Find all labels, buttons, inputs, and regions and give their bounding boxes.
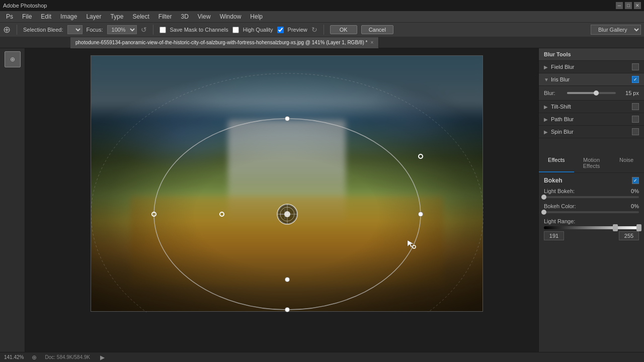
- bokeh-color-row: Bokeh Color: 0%: [544, 203, 639, 213]
- close-button[interactable]: ✕: [634, 2, 641, 9]
- tilt-shift-checkbox[interactable]: [632, 103, 639, 110]
- iris-blur-thumb[interactable]: [594, 90, 599, 96]
- light-range-row: Light Range: 191 255: [544, 218, 639, 240]
- tools-panel: ⊕: [0, 48, 25, 352]
- tool-icon[interactable]: ⊕: [3, 24, 11, 35]
- save-mask-label: Save Mask to Channels: [170, 27, 228, 33]
- bokeh-color-label-row: Bokeh Color: 0%: [544, 203, 639, 209]
- iris-blur-controls: Blur: 15 px: [539, 86, 644, 101]
- light-bokeh-label-row: Light Bokeh: 0%: [544, 188, 639, 194]
- menu-view[interactable]: View: [194, 12, 215, 21]
- status-bar: 141.42% ⊕ Doc: 584.9K/584.9K ▶: [0, 352, 644, 362]
- navigate-icon[interactable]: ▶: [100, 354, 105, 361]
- tilt-shift-expand-icon: ▶: [544, 104, 551, 110]
- light-bokeh-thumb[interactable]: [541, 195, 546, 200]
- menu-file[interactable]: File: [18, 12, 36, 21]
- menu-edit[interactable]: Edit: [37, 12, 55, 21]
- light-bokeh-value: 0%: [631, 188, 639, 194]
- bokeh-checkbox[interactable]: ✓: [632, 177, 639, 184]
- field-blur-label: Field Blur: [551, 64, 632, 70]
- menu-image[interactable]: Image: [56, 12, 81, 21]
- right-panel: Blur Tools ▶ Field Blur ▼ Iris Blur ✓ Bl…: [538, 48, 644, 352]
- blur-tools-header: Blur Tools: [539, 48, 644, 61]
- ellipse-handle-left[interactable]: [151, 212, 156, 217]
- blur-tool-path[interactable]: ▶ Path Blur: [539, 113, 644, 126]
- menu-layer[interactable]: Layer: [82, 12, 105, 21]
- ellipse-inner-bottom[interactable]: [285, 277, 290, 282]
- blur-tool-iris[interactable]: ▼ Iris Blur ✓: [539, 73, 644, 86]
- bokeh-title: Bokeh: [544, 177, 562, 184]
- spin-blur-checkbox[interactable]: [632, 128, 639, 135]
- light-bokeh-row: Light Bokeh: 0%: [544, 188, 639, 198]
- save-mask-checkbox[interactable]: [159, 27, 166, 33]
- iris-blur-track: [567, 92, 596, 94]
- ellipse-handle-rotate[interactable]: [418, 154, 423, 159]
- blur-tool-tilt[interactable]: ▶ Tilt-Shift: [539, 101, 644, 113]
- high-quality-label: High Quality: [243, 27, 273, 33]
- tab-motion-effects[interactable]: Motion Effects: [574, 154, 609, 172]
- light-range-min-input[interactable]: 191: [544, 231, 564, 240]
- iris-blur-checkbox[interactable]: ✓: [632, 76, 639, 83]
- image-canvas[interactable]: [91, 55, 483, 312]
- menu-window[interactable]: Window: [216, 12, 246, 21]
- menu-3d[interactable]: 3D: [177, 12, 192, 21]
- cancel-button[interactable]: Cancel: [361, 25, 393, 34]
- iris-blur-label: Iris Blur: [551, 76, 632, 82]
- high-quality-checkbox[interactable]: [232, 27, 239, 33]
- canvas-area[interactable]: [25, 48, 538, 352]
- blur-tools-spacer: [539, 138, 644, 153]
- blur-tool-spin[interactable]: ▶ Spin Blur: [539, 126, 644, 138]
- focus-label: Focus:: [87, 27, 103, 33]
- refresh-icon[interactable]: ↻: [311, 26, 317, 34]
- bokeh-color-slider[interactable]: [544, 211, 639, 213]
- app-title: Adobe Photoshop: [3, 3, 47, 9]
- menu-filter[interactable]: Filter: [154, 12, 176, 21]
- tab-effects[interactable]: Effects: [539, 154, 574, 172]
- reset-icon[interactable]: ↺: [141, 26, 147, 34]
- light-bokeh-slider[interactable]: [544, 196, 639, 198]
- ellipse-handle-bottom[interactable]: [285, 307, 290, 312]
- tab-noise[interactable]: Noise: [609, 154, 644, 172]
- iris-blur-value: 15 px: [619, 90, 639, 96]
- spin-blur-label: Spin Blur: [551, 129, 632, 135]
- blur-gallery-select[interactable]: Blur Gallery: [591, 25, 641, 35]
- field-blur-expand-icon: ▶: [544, 64, 551, 70]
- scene-image: [91, 56, 482, 311]
- window-controls[interactable]: ─ □ ✕: [616, 2, 641, 9]
- selection-bleed-label: Selection Bleed:: [23, 27, 63, 33]
- toolbar-separator-3: [324, 25, 324, 35]
- iris-blur-slider-label: Blur:: [544, 90, 564, 96]
- menu-type[interactable]: Type: [106, 12, 127, 21]
- light-range-max-input[interactable]: 255: [619, 231, 639, 240]
- minimize-button[interactable]: ─: [616, 2, 623, 9]
- tab-bar: photodune-6559134-panoramic-view-of-the-…: [0, 37, 644, 48]
- tilt-shift-label: Tilt-Shift: [551, 104, 632, 110]
- blur-tool-icon[interactable]: ⊕: [5, 51, 21, 67]
- bokeh-color-thumb[interactable]: [541, 210, 546, 215]
- ellipse-handle-right[interactable]: [418, 212, 423, 217]
- preview-checkbox[interactable]: [277, 27, 284, 33]
- zoom-icon[interactable]: ⊕: [32, 354, 37, 361]
- menu-help[interactable]: Help: [246, 12, 267, 21]
- menu-ps[interactable]: Ps: [2, 12, 17, 21]
- iris-center-control[interactable]: [276, 203, 299, 226]
- blur-tool-field[interactable]: ▶ Field Blur: [539, 61, 644, 73]
- maximize-button[interactable]: □: [625, 2, 632, 9]
- ellipse-inner-left[interactable]: [219, 212, 224, 217]
- selection-bleed-select[interactable]: [67, 25, 83, 34]
- menu-select[interactable]: Select: [128, 12, 153, 21]
- path-blur-expand-icon: ▶: [544, 117, 551, 122]
- light-range-bar[interactable]: [544, 226, 639, 229]
- ellipse-handle-top[interactable]: [285, 116, 290, 121]
- bokeh-section-header: Bokeh ✓: [544, 177, 639, 184]
- light-range-right-thumb[interactable]: [636, 224, 641, 231]
- light-range-left-thumb[interactable]: [613, 224, 618, 231]
- document-tab[interactable]: photodune-6559134-panoramic-view-of-the-…: [70, 37, 379, 48]
- iris-blur-slider[interactable]: [567, 92, 616, 94]
- path-blur-checkbox[interactable]: [632, 116, 639, 123]
- ok-button[interactable]: OK: [330, 25, 357, 34]
- path-blur-label: Path Blur: [551, 116, 632, 122]
- tab-close-button[interactable]: ×: [370, 40, 373, 45]
- focus-select[interactable]: 100%: [107, 25, 137, 34]
- field-blur-checkbox[interactable]: [632, 63, 639, 70]
